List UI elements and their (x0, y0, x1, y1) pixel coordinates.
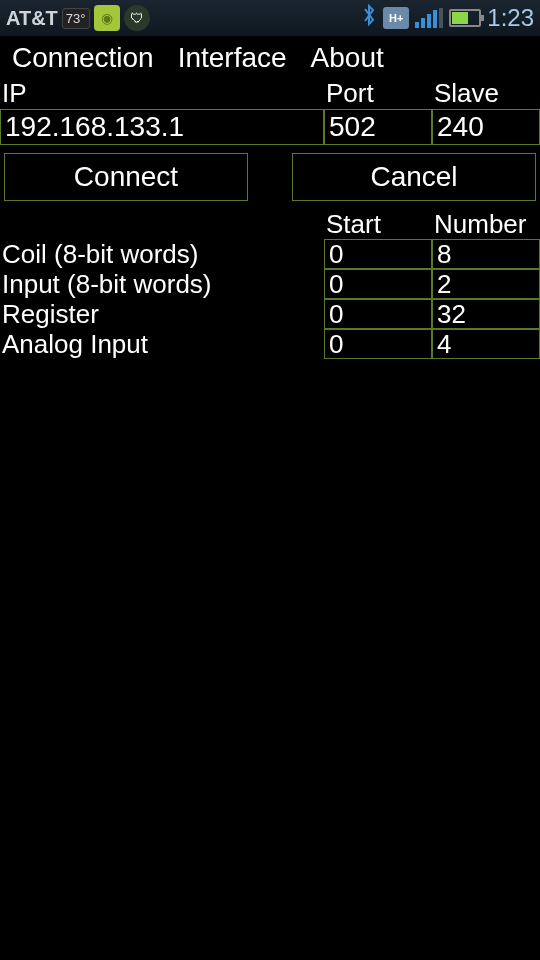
shield-icon (124, 5, 150, 31)
status-left: AT&T 73° (6, 5, 150, 31)
coil-start-input[interactable]: 0 (324, 239, 432, 269)
analog-start-input[interactable]: 0 (324, 329, 432, 359)
grid-row-labels: Coil (8-bit words) Input (8-bit words) R… (0, 209, 324, 359)
ip-input[interactable]: 192.168.133.1 (0, 109, 324, 145)
register-number-input[interactable]: 32 (432, 299, 540, 329)
coil-number-input[interactable]: 8 (432, 239, 540, 269)
table-row: 0 4 (324, 329, 540, 359)
tab-about[interactable]: About (311, 42, 384, 74)
connection-inputs-row: 192.168.133.1 502 240 (0, 109, 540, 145)
tab-connection[interactable]: Connection (12, 42, 154, 74)
row-label-analog: Analog Input (0, 329, 324, 359)
input-start-input[interactable]: 0 (324, 269, 432, 299)
status-right: H+ 1:23 (361, 4, 534, 32)
connect-button[interactable]: Connect (4, 153, 248, 201)
row-label-register: Register (0, 299, 324, 329)
cancel-button[interactable]: Cancel (292, 153, 536, 201)
signal-icon (415, 8, 443, 28)
table-row: 0 8 (324, 239, 540, 269)
temperature-icon: 73° (62, 8, 90, 29)
table-row: 0 32 (324, 299, 540, 329)
grid-table: Start Number 0 8 0 2 0 32 0 4 (324, 209, 540, 359)
slave-input[interactable]: 240 (432, 109, 540, 145)
tab-bar: Connection Interface About (0, 36, 540, 78)
battery-icon (449, 9, 481, 27)
port-input[interactable]: 502 (324, 109, 432, 145)
grid-header-spacer (0, 209, 324, 239)
status-bar: AT&T 73° H+ 1:23 (0, 0, 540, 36)
slave-label: Slave (432, 78, 540, 109)
connection-labels-row: IP Port Slave (0, 78, 540, 109)
carrier-label: AT&T (6, 7, 58, 30)
button-row: Connect Cancel (0, 145, 540, 209)
row-label-input: Input (8-bit words) (0, 269, 324, 299)
network-type-icon: H+ (383, 7, 409, 29)
row-label-coil: Coil (8-bit words) (0, 239, 324, 269)
bluetooth-icon (361, 4, 377, 32)
ip-label: IP (0, 78, 324, 109)
port-label: Port (324, 78, 432, 109)
tab-interface[interactable]: Interface (178, 42, 287, 74)
table-row: 0 2 (324, 269, 540, 299)
android-icon (94, 5, 120, 31)
analog-number-input[interactable]: 4 (432, 329, 540, 359)
clock: 1:23 (487, 4, 534, 32)
header-number: Number (432, 209, 540, 239)
register-grid: Coil (8-bit words) Input (8-bit words) R… (0, 209, 540, 359)
input-number-input[interactable]: 2 (432, 269, 540, 299)
header-start: Start (324, 209, 432, 239)
grid-header-row: Start Number (324, 209, 540, 239)
register-start-input[interactable]: 0 (324, 299, 432, 329)
